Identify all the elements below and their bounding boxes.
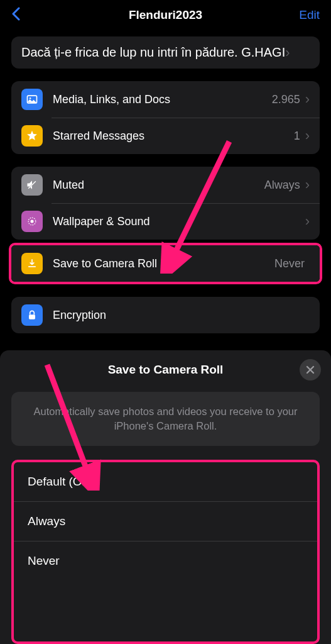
option-always[interactable]: Always xyxy=(14,501,317,541)
sheet-description: Automatically save photos and videos you… xyxy=(11,392,320,446)
option-never[interactable]: Never xyxy=(14,541,317,580)
row-label: Encryption xyxy=(53,309,310,322)
wallpaper-icon xyxy=(21,211,43,232)
wallpaper-sound-row[interactable]: Wallpaper & Sound › xyxy=(11,203,320,240)
option-default[interactable]: Default (On) xyxy=(14,462,317,501)
group-status-row[interactable]: Dacă ți-e frica de lup nu intri în pădur… xyxy=(11,36,320,69)
back-button[interactable] xyxy=(11,6,20,25)
row-value: Always xyxy=(264,179,300,192)
page-title: Flenduri2023 xyxy=(0,8,331,22)
media-links-docs-row[interactable]: Media, Links, and Docs 2.965 › xyxy=(11,81,320,118)
lock-icon xyxy=(21,304,43,326)
chevron-right-icon: › xyxy=(305,177,310,193)
row-label: Muted xyxy=(53,179,264,192)
row-label: Wallpaper & Sound xyxy=(53,215,305,228)
svg-point-4 xyxy=(31,220,34,223)
photo-icon xyxy=(21,89,43,110)
muted-row[interactable]: Muted Always › xyxy=(11,167,320,203)
sheet-title: Save to Camera Roll xyxy=(108,363,224,377)
star-icon xyxy=(21,125,43,147)
options-list: Default (On) Always Never xyxy=(11,460,320,644)
group-status-text: Dacă ți-e frica de lup nu intri în pădur… xyxy=(21,44,285,61)
row-label: Starred Messages xyxy=(53,130,294,143)
row-label: Save to Camera Roll xyxy=(53,257,274,270)
save-camera-roll-sheet: Save to Camera Roll Automatically save p… xyxy=(0,350,331,644)
svg-point-1 xyxy=(30,97,31,99)
row-value: Never xyxy=(274,257,305,270)
starred-messages-row[interactable]: Starred Messages 1 › xyxy=(11,118,320,154)
row-value: 1 xyxy=(294,130,300,143)
close-button[interactable] xyxy=(300,359,321,380)
chevron-right-icon: › xyxy=(305,128,310,144)
encryption-row[interactable]: Encryption xyxy=(11,297,320,333)
row-label: Media, Links, and Docs xyxy=(53,93,272,106)
svg-rect-6 xyxy=(29,314,35,319)
chevron-right-icon: › xyxy=(285,45,290,61)
mute-icon xyxy=(21,174,43,196)
save-to-camera-roll-row[interactable]: Save to Camera Roll Never xyxy=(11,245,320,282)
chevron-right-icon: › xyxy=(305,91,310,108)
download-icon xyxy=(21,253,43,274)
row-value: 2.965 xyxy=(272,93,300,106)
chevron-right-icon: › xyxy=(305,213,310,230)
edit-button[interactable]: Edit xyxy=(299,8,320,22)
